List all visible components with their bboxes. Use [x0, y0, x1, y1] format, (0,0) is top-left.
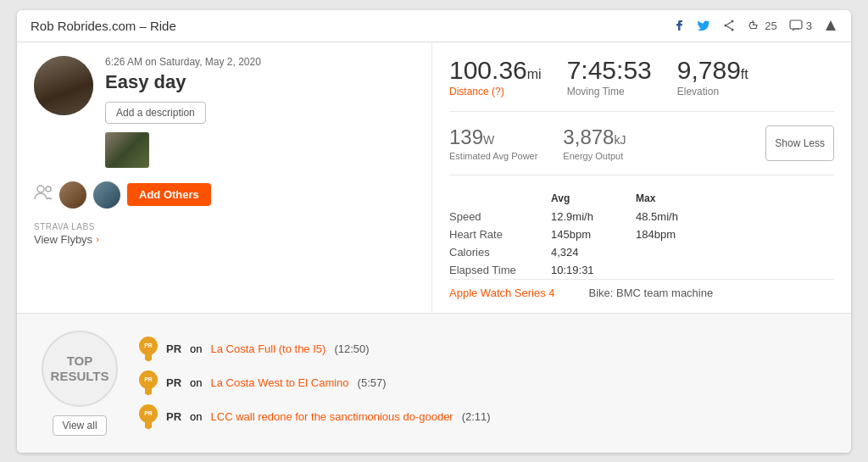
activity-date: 6:26 AM on Saturday, May 2, 2020 [105, 56, 415, 68]
speed-max: 48.5mi/h [636, 208, 721, 225]
medal-circle: PR [139, 370, 158, 389]
page-title: Rob Robrides.com – Ride [31, 19, 176, 33]
view-flybys-label: View Flybys [34, 233, 92, 246]
svg-point-7 [37, 186, 44, 192]
result-link-0[interactable]: La Costa Full (to the I5) [211, 342, 326, 355]
comments-count: 3 [806, 19, 812, 32]
avatar-image [34, 56, 93, 115]
view-all-button[interactable]: View all [53, 415, 106, 436]
elapsed-avg: 10:19:31 [551, 261, 636, 279]
facebook-button[interactable] [671, 19, 685, 32]
elevation-stat: 9,789ft Elevation [677, 56, 748, 97]
comments-button[interactable]: 3 [789, 19, 812, 32]
chevron-right-icon: › [96, 234, 99, 244]
elevation-label: Elevation [677, 86, 748, 97]
speed-avg: 12.9mi/h [551, 208, 636, 225]
more-button[interactable] [824, 19, 837, 32]
activity-header: 6:26 AM on Saturday, May 2, 2020 Easy da… [34, 56, 415, 168]
participant-avatar-1 [59, 181, 86, 209]
elapsed-label: Elapsed Time [449, 261, 551, 279]
calories-avg: 4,324 [551, 243, 636, 261]
result-on-text: on [190, 376, 202, 389]
medal-circle: PR [139, 404, 158, 423]
activity-info: 6:26 AM on Saturday, May 2, 2020 Easy da… [105, 56, 415, 168]
pr-medal-0: PR [139, 337, 158, 362]
likes-count: 25 [765, 19, 776, 32]
stats-secondary: 139W Estimated Avg Power 3,878kJ Energy … [449, 125, 834, 175]
svg-point-0 [732, 20, 734, 23]
heart-rate-label: Heart Rate [449, 225, 551, 243]
energy-unit: kJ [614, 133, 626, 147]
max-header: Max [636, 189, 721, 208]
power-unit: W [483, 133, 494, 147]
right-panel: 100.36mi Distance (?) 7:45:53 Moving Tim… [432, 42, 851, 313]
distance-unit: mi [527, 67, 542, 81]
add-description-button[interactable]: Add a description [105, 102, 206, 124]
result-time-1: (5:57) [358, 376, 387, 389]
result-time-0: (12:50) [334, 342, 369, 355]
result-item: PR PR on La Costa Full (to the I5) (12:5… [139, 337, 831, 362]
result-on-text: on [190, 410, 202, 423]
top-results-circle: TOPRESULTS [42, 331, 118, 407]
moving-time-value: 7:45:53 [567, 56, 652, 84]
main-content: 6:26 AM on Saturday, May 2, 2020 Easy da… [17, 42, 851, 313]
power-value: 139W [449, 125, 537, 149]
participant-avatar-2 [93, 181, 120, 209]
distance-stat: 100.36mi Distance (?) [449, 56, 542, 97]
header: Rob Robrides.com – Ride 25 3 [17, 10, 851, 42]
medal-ribbon [145, 353, 152, 362]
result-pr-text: PR [166, 342, 181, 355]
energy-label: Energy Output [563, 151, 626, 161]
app-container: Rob Robrides.com – Ride 25 3 [17, 10, 851, 453]
energy-stat: 3,878kJ Energy Output [563, 125, 626, 161]
header-actions: 25 3 [671, 19, 837, 32]
svg-rect-5 [790, 20, 802, 29]
bottom-section: TOPRESULTS View all PR PR on La Costa Fu… [17, 313, 851, 453]
top-results-text: TOPRESULTS [51, 353, 109, 384]
add-others-button[interactable]: Add Others [127, 183, 211, 206]
medal-circle: PR [139, 337, 158, 355]
svg-line-4 [727, 26, 732, 29]
moving-time-stat: 7:45:53 Moving Time [567, 56, 652, 97]
device-link[interactable]: Apple Watch Series 4 [449, 287, 555, 299]
pr-medal-1: PR [139, 370, 158, 396]
avatar [34, 56, 93, 115]
results-list: PR PR on La Costa Full (to the I5) (12:5… [139, 331, 831, 436]
activity-title: Easy day [105, 71, 415, 93]
result-pr-text: PR [166, 410, 181, 423]
result-pr-text: PR [166, 376, 181, 389]
twitter-button[interactable] [697, 19, 710, 32]
bike-label: Bike: BMC team machine [589, 287, 714, 299]
result-link-1[interactable]: La Costa West to El Camino [211, 376, 349, 389]
participants-row: Add Others [34, 181, 415, 209]
device-row: Apple Watch Series 4 Bike: BMC team mach… [449, 279, 834, 299]
distance-value: 100.36mi [449, 56, 542, 84]
result-time-2: (2:11) [462, 410, 491, 423]
show-less-button[interactable]: Show Less [765, 125, 834, 161]
energy-value: 3,878kJ [563, 125, 626, 149]
medal-ribbon [145, 421, 152, 430]
activity-thumbnail [105, 132, 149, 168]
heart-rate-max: 184bpm [636, 225, 721, 243]
stats-top: 100.36mi Distance (?) 7:45:53 Moving Tim… [449, 56, 834, 112]
stats-table: Avg Max Speed 12.9mi/h 48.5mi/h Heart Ra… [449, 189, 834, 279]
speed-label: Speed [449, 208, 551, 225]
heart-rate-avg: 145bpm [551, 225, 636, 243]
medal-ribbon [145, 387, 152, 396]
elevation-value: 9,789ft [677, 56, 748, 84]
moving-time-label: Moving Time [567, 86, 652, 97]
distance-label[interactable]: Distance (?) [449, 86, 542, 97]
avg-header: Avg [551, 189, 636, 208]
svg-marker-6 [826, 20, 836, 31]
power-stat: 139W Estimated Avg Power [449, 125, 537, 161]
result-item: PR PR on La Costa West to El Camino (5:5… [139, 370, 831, 396]
elevation-unit: ft [741, 67, 748, 81]
power-label: Estimated Avg Power [449, 151, 537, 161]
likes-button[interactable]: 25 [748, 19, 776, 32]
view-flybys-button[interactable]: View Flybys › [34, 233, 415, 246]
svg-point-1 [725, 25, 727, 27]
result-link-2[interactable]: LCC wall redone for the sanctimonious do… [211, 410, 453, 423]
left-panel: 6:26 AM on Saturday, May 2, 2020 Easy da… [17, 42, 432, 313]
share-button[interactable] [722, 19, 736, 32]
participants-icon [34, 185, 53, 204]
